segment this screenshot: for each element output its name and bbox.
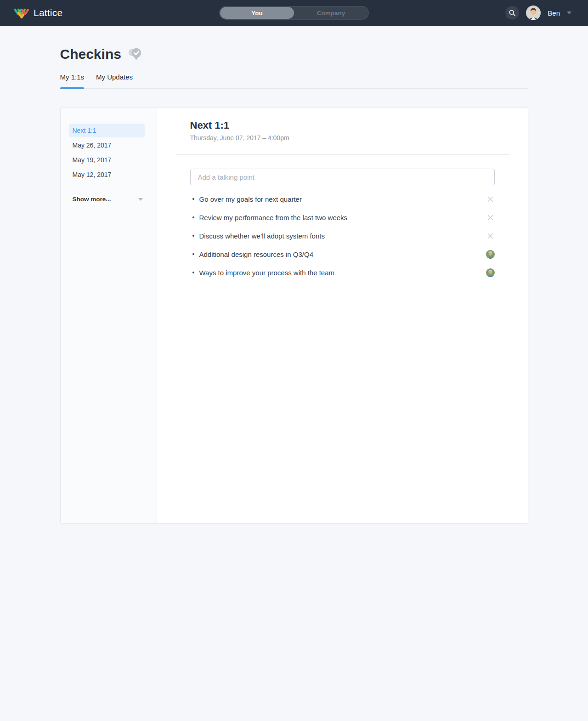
talking-point-row: Go over my goals for next quarter [190, 190, 495, 208]
tab-my-updates[interactable]: My Updates [96, 73, 133, 88]
sidebar-meeting-item[interactable]: May 26, 2017 [69, 138, 145, 152]
participant-avatar [486, 250, 495, 259]
sidebar-item-label: Next 1:1 [73, 127, 96, 134]
bullet-icon [192, 253, 194, 255]
talking-points-list: Go over my goals for next quarter Review… [190, 190, 495, 282]
participant-avatar-image [486, 250, 495, 259]
top-nav: Lattice You Company Ben [0, 0, 588, 26]
participant-avatar-image [486, 268, 495, 277]
sidebar-divider [69, 189, 145, 189]
brand-home-link[interactable]: Lattice [14, 7, 62, 19]
meeting-title: Next 1:1 [190, 119, 495, 132]
meeting-datetime: Thursday, June 07, 2017 – 4:00pm [190, 134, 495, 142]
sidebar-item-label: May 19, 2017 [73, 156, 112, 164]
talking-point-row: Additional design resources in Q3/Q4 [190, 245, 495, 263]
remove-talking-point-button[interactable] [486, 231, 495, 240]
main-content: Checkins My 1:1s My Updates Next 1:1 May… [60, 26, 528, 524]
user-avatar[interactable] [526, 6, 541, 20]
meetings-list: Next 1:1 May 26, 2017 May 19, 2017 May 1… [61, 124, 157, 182]
nav-right: Ben [505, 6, 571, 20]
participant-avatar [486, 268, 495, 277]
bullet-icon [192, 235, 194, 237]
close-icon [487, 196, 493, 202]
sidebar-item-label: May 26, 2017 [73, 142, 112, 149]
meetings-sidebar: Next 1:1 May 26, 2017 May 19, 2017 May 1… [61, 108, 157, 523]
user-name[interactable]: Ben [548, 9, 560, 17]
talking-point-row: Review my performance from the last two … [190, 208, 495, 227]
talking-point-text: Ways to improve your process with the te… [199, 269, 486, 277]
scope-toggle: You Company [219, 6, 369, 20]
talking-point-text: Additional design resources in Q3/Q4 [199, 250, 486, 258]
search-icon [509, 9, 516, 17]
toggle-company[interactable]: Company [294, 7, 368, 19]
talking-point-row: Discuss whether we’ll adopt system fonts [190, 227, 495, 245]
talking-point-text: Review my performance from the last two … [199, 214, 486, 221]
bullet-icon [192, 272, 194, 273]
page-title: Checkins [60, 46, 121, 62]
talking-point-text: Discuss whether we’ll adopt system fonts [199, 232, 486, 240]
chevron-down-icon [138, 198, 143, 201]
user-avatar-image [526, 6, 541, 20]
tab-label: My 1:1s [60, 73, 85, 81]
meeting-panel: Next 1:1 Thursday, June 07, 2017 – 4:00p… [157, 108, 528, 523]
bullet-icon [192, 198, 194, 200]
close-icon [487, 215, 493, 221]
sidebar-meeting-item[interactable]: May 19, 2017 [69, 153, 145, 167]
talking-point-row: Ways to improve your process with the te… [190, 263, 495, 282]
toggle-you[interactable]: You [220, 7, 294, 19]
brand-name: Lattice [34, 7, 62, 18]
sidebar-item-label: May 12, 2017 [73, 171, 112, 178]
talking-point-input[interactable] [190, 169, 495, 185]
search-button[interactable] [505, 6, 519, 20]
page-head: Checkins [60, 26, 528, 63]
sidebar-meeting-item[interactable]: May 12, 2017 [69, 168, 145, 182]
checkins-bubble-icon [128, 47, 142, 63]
tabs: My 1:1s My Updates [60, 73, 528, 89]
sidebar-meeting-item[interactable]: Next 1:1 [69, 124, 145, 137]
tab-my-1-1s[interactable]: My 1:1s [60, 73, 85, 88]
remove-talking-point-button[interactable] [486, 213, 495, 222]
lattice-logo-icon [14, 7, 29, 19]
tab-label: My Updates [96, 73, 133, 81]
bullet-icon [192, 216, 194, 218]
remove-talking-point-button[interactable] [486, 194, 495, 204]
close-icon [487, 233, 493, 239]
checkins-card: Next 1:1 May 26, 2017 May 19, 2017 May 1… [60, 107, 528, 524]
chevron-down-icon[interactable] [567, 11, 571, 14]
show-more-button[interactable]: Show more... [73, 196, 143, 203]
panel-divider [175, 154, 509, 155]
show-more-label: Show more... [73, 196, 111, 203]
talking-point-text: Go over my goals for next quarter [199, 195, 486, 203]
